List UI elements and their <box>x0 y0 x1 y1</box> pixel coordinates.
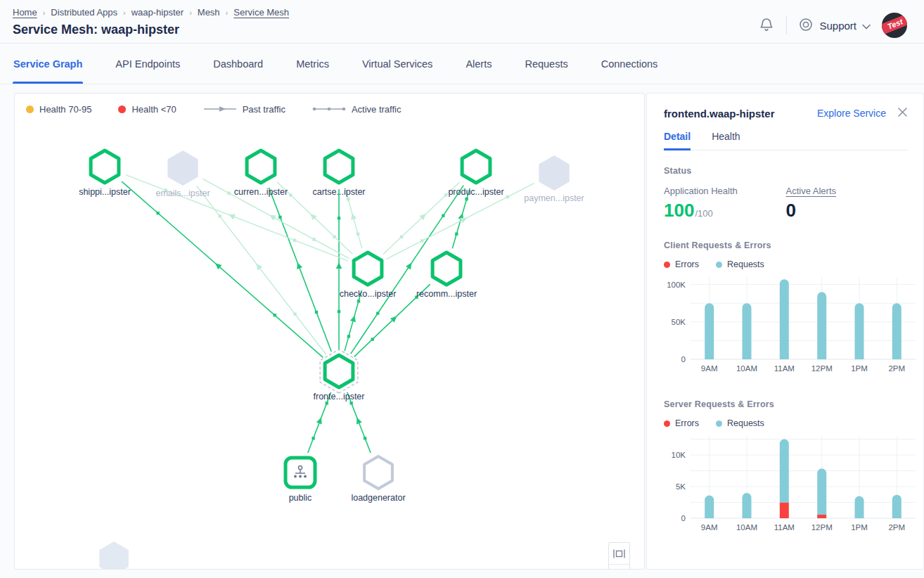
edge-dot-icon <box>315 311 318 314</box>
breadcrumb-service-mesh[interactable]: Service Mesh <box>233 7 289 18</box>
bar-chart-svg: 05K10K9AM10AM11AM12PM1PM2PM <box>664 431 921 537</box>
graph-node-ghost[interactable] <box>99 541 129 570</box>
header-divider <box>786 16 787 34</box>
breadcrumb-separator: › <box>189 8 192 17</box>
breadcrumb-mesh[interactable]: Mesh <box>198 7 220 18</box>
graph-node-public[interactable]: public <box>285 458 315 503</box>
node-label: fronte...ipster <box>314 392 365 402</box>
tab-api-endpoints[interactable]: API Endpoints <box>115 44 181 84</box>
client-chart-legend: Errors Requests <box>664 259 908 269</box>
svg-text:0: 0 <box>681 514 686 522</box>
tab-connections[interactable]: Connections <box>601 44 659 84</box>
tab-service-graph[interactable]: Service Graph <box>13 44 83 84</box>
client-requests-section: Client Requests & Errors Errors Requests… <box>664 240 908 380</box>
node-label: loadgenerator <box>351 493 405 503</box>
svg-text:12PM: 12PM <box>811 523 833 532</box>
tab-alerts[interactable]: Alerts <box>465 44 492 84</box>
edge-dot-icon <box>421 239 423 242</box>
client-requests-chart: 050K100K9AM10AM11AM12PM1PM2PM <box>664 272 908 380</box>
graph-node-cart[interactable]: cartse...ipster <box>312 150 365 197</box>
breadcrumb-separator: › <box>123 8 126 17</box>
page-tabs: Service Graph API Endpoints Dashboard Me… <box>0 44 924 84</box>
breadcrumb-home[interactable]: Home <box>13 7 37 18</box>
page-title: Service Mesh: waap-hipster <box>13 23 289 37</box>
graph-edge <box>122 181 323 357</box>
zoom-in-button[interactable] <box>609 564 629 570</box>
legend-errors: Errors <box>664 418 699 428</box>
graph-node-shipping[interactable]: shippi...ipster <box>79 150 131 197</box>
edge-dot-icon <box>442 214 444 217</box>
top-header: Home › Distributed Apps › waap-hipster ›… <box>0 0 924 44</box>
requests-dot-icon <box>716 420 722 427</box>
node-label: paymen...ipster <box>524 193 584 203</box>
external-hexagon-icon <box>364 456 392 489</box>
graph-node-currency[interactable]: curren...ipster <box>234 150 288 197</box>
svg-text:10K: 10K <box>672 451 686 459</box>
graph-node-payment[interactable]: paymen...ipster <box>524 155 584 203</box>
breadcrumb-waap-hipster[interactable]: waap-hipster <box>131 7 184 18</box>
service-graph-canvas: Health 70-95 Health <70 Past traffic Act… <box>14 93 645 570</box>
graph-legend: Health 70-95 Health <70 Past traffic Act… <box>15 94 644 125</box>
panel-tab-health[interactable]: Health <box>712 131 740 150</box>
requests-dot-icon <box>716 262 722 268</box>
node-label: public <box>289 493 312 503</box>
breadcrumb-separator: › <box>43 8 46 17</box>
errors-dot-icon <box>664 420 670 427</box>
svg-text:100K: 100K <box>667 281 686 289</box>
active-alerts-label[interactable]: Active Alerts <box>786 186 909 196</box>
avatar[interactable]: Test <box>882 13 907 38</box>
legend-label: Errors <box>675 259 699 269</box>
bar-chart-svg: 050K100K9AM10AM11AM12PM1PM2PM <box>664 272 921 378</box>
node-label: emails...ipster <box>155 188 210 198</box>
edge-dot-icon <box>455 233 458 236</box>
application-health-max: /100 <box>695 208 712 219</box>
edge-dot-icon <box>357 233 359 236</box>
active-alerts-value: 0 <box>786 200 909 221</box>
application-health-value: 100 <box>664 200 694 221</box>
service-hexagon-icon <box>247 150 275 183</box>
graph-node-email[interactable]: emails...ipster <box>155 150 210 198</box>
support-menu[interactable]: Support <box>798 17 871 34</box>
service-hexagon-icon <box>325 150 353 183</box>
svg-text:11AM: 11AM <box>774 523 795 532</box>
legend-label: Past traffic <box>243 104 285 115</box>
tab-metrics[interactable]: Metrics <box>295 44 330 84</box>
tab-dashboard[interactable]: Dashboard <box>212 44 264 84</box>
close-panel-button[interactable] <box>897 107 908 120</box>
panel-title: frontend.waap-hipster <box>664 108 775 120</box>
graph-node-recommendation[interactable]: recomm...ipster <box>416 252 477 299</box>
graph-edge <box>269 188 331 352</box>
legend-errors: Errors <box>664 259 699 269</box>
svg-text:5K: 5K <box>676 482 686 491</box>
graph-node-checkout[interactable]: checko...ipster <box>340 252 397 299</box>
red-health-dot-icon <box>118 105 126 113</box>
tab-requests[interactable]: Requests <box>524 44 568 84</box>
edge-dot-icon <box>278 216 281 219</box>
node-label: curren...ipster <box>234 187 288 197</box>
graph-node-loadgenerator[interactable]: loadgenerator <box>351 456 405 503</box>
application-health-label: Application Health <box>664 186 786 196</box>
svg-text:9AM: 9AM <box>701 364 718 373</box>
legend-label: Requests <box>727 418 764 428</box>
graph-node-product[interactable]: produc...ipster <box>448 150 503 197</box>
edge-dot-icon <box>312 437 314 439</box>
breadcrumb-distributed-apps[interactable]: Distributed Apps <box>51 7 117 18</box>
node-label: shippi...ipster <box>79 187 131 197</box>
legend-health-under-70: Health <70 <box>118 104 176 115</box>
node-label: checko...ipster <box>340 289 397 299</box>
graph-node-frontend[interactable]: fronte...ipster <box>314 349 365 402</box>
panel-tabs: Detail Health <box>664 131 908 150</box>
notifications-button[interactable] <box>758 16 775 35</box>
tab-virtual-services[interactable]: Virtual Services <box>361 44 433 84</box>
explore-service-link[interactable]: Explore Service <box>817 108 886 119</box>
node-label: cartse...ipster <box>312 187 365 197</box>
legend-label: Health <70 <box>131 104 176 115</box>
graph-zoom-controls <box>608 542 630 570</box>
panel-tab-detail[interactable]: Detail <box>664 131 691 150</box>
server-chart-legend: Errors Requests <box>664 418 908 428</box>
fit-to-screen-button[interactable] <box>609 543 629 564</box>
edge-arrow-icon <box>336 262 342 269</box>
edge-dot-icon <box>357 300 360 302</box>
service-graph[interactable]: shippi...ipsteremails...ipstercurren...i… <box>15 94 644 570</box>
breadcrumb: Home › Distributed Apps › waap-hipster ›… <box>13 7 289 18</box>
